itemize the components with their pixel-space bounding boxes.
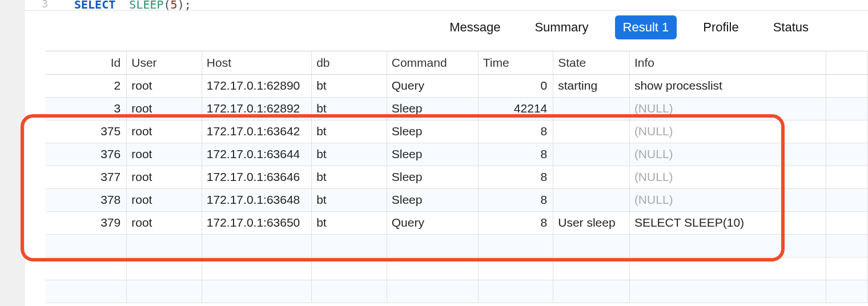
cell-user[interactable]: root bbox=[127, 211, 202, 234]
cell-empty bbox=[629, 234, 826, 257]
keyword-select: SELECT bbox=[74, 0, 115, 11]
cell-host[interactable]: 172.17.0.1:63646 bbox=[202, 166, 311, 188]
cell-info[interactable]: (NULL) bbox=[629, 97, 826, 120]
cell-state[interactable] bbox=[553, 188, 630, 211]
tab-message[interactable]: Message bbox=[441, 15, 508, 39]
table-row-empty bbox=[46, 234, 868, 257]
table-row[interactable]: 3root172.17.0.1:62892btSleep42214(NULL) bbox=[46, 97, 868, 120]
cell-host[interactable]: 172.17.0.1:63642 bbox=[202, 120, 311, 143]
cell-id[interactable]: 375 bbox=[46, 120, 127, 143]
cell-command[interactable]: Query bbox=[387, 211, 478, 234]
cell-time[interactable]: 8 bbox=[478, 211, 553, 234]
col-header-user[interactable]: User bbox=[127, 51, 202, 74]
col-header-host[interactable]: Host bbox=[202, 51, 311, 74]
cell-empty bbox=[127, 234, 202, 257]
cell-state[interactable] bbox=[553, 166, 630, 188]
cell-id[interactable]: 2 bbox=[46, 74, 127, 97]
null-value: (NULL) bbox=[634, 193, 673, 206]
null-value: (NULL) bbox=[634, 124, 673, 138]
result-table-container: Id User Host db Command Time State Info … bbox=[46, 51, 868, 303]
cell-command[interactable]: Query bbox=[387, 74, 478, 97]
table-row[interactable]: 2root172.17.0.1:62890btQuery0startingsho… bbox=[46, 74, 868, 97]
cell-user[interactable]: root bbox=[127, 120, 202, 143]
cell-info[interactable]: (NULL) bbox=[629, 143, 826, 166]
cell-info[interactable]: SELECT SLEEP(10) bbox=[629, 211, 826, 234]
cell-host[interactable]: 172.17.0.1:63650 bbox=[202, 211, 311, 234]
cell-empty bbox=[553, 257, 630, 280]
cell-info[interactable]: (NULL) bbox=[629, 188, 826, 211]
cell-user[interactable]: root bbox=[127, 97, 202, 120]
cell-command[interactable]: Sleep bbox=[387, 143, 478, 166]
cell-user[interactable]: root bbox=[127, 74, 202, 97]
cell-empty bbox=[127, 257, 202, 280]
cell-empty bbox=[387, 280, 478, 303]
col-header-pad bbox=[826, 51, 868, 74]
table-row[interactable]: 377root172.17.0.1:63646btSleep8(NULL) bbox=[46, 166, 868, 188]
col-header-state[interactable]: State bbox=[553, 51, 630, 74]
cell-empty bbox=[312, 257, 387, 280]
table-row[interactable]: 376root172.17.0.1:63644btSleep8(NULL) bbox=[46, 143, 868, 166]
cell-time[interactable]: 42214 bbox=[478, 97, 553, 120]
cell-state[interactable] bbox=[553, 143, 630, 166]
cell-user[interactable]: root bbox=[127, 143, 202, 166]
cell-command[interactable]: Sleep bbox=[387, 120, 478, 143]
col-header-id[interactable]: Id bbox=[46, 51, 127, 74]
table-header-row: Id User Host db Command Time State Info bbox=[46, 51, 868, 74]
tab-profile[interactable]: Profile bbox=[695, 15, 746, 39]
arg-literal: 5 bbox=[171, 0, 178, 11]
cell-state[interactable] bbox=[553, 120, 630, 143]
cell-empty bbox=[387, 234, 478, 257]
col-header-time[interactable]: Time bbox=[478, 51, 553, 74]
cell-id[interactable]: 376 bbox=[46, 143, 127, 166]
cell-command[interactable]: Sleep bbox=[387, 97, 478, 120]
col-header-db[interactable]: db bbox=[312, 51, 387, 74]
cell-user[interactable]: root bbox=[127, 166, 202, 188]
cell-info[interactable]: show processlist bbox=[629, 74, 826, 97]
cell-id[interactable]: 378 bbox=[46, 188, 127, 211]
cell-state[interactable]: User sleep bbox=[553, 211, 630, 234]
cell-db[interactable]: bt bbox=[312, 120, 387, 143]
cell-db[interactable]: bt bbox=[312, 166, 387, 188]
tab-status[interactable]: Status bbox=[765, 15, 817, 39]
cell-id[interactable]: 379 bbox=[46, 211, 127, 234]
cell-command[interactable]: Sleep bbox=[387, 166, 478, 188]
cell-db[interactable]: bt bbox=[312, 143, 387, 166]
table-row[interactable]: 375root172.17.0.1:63642btSleep8(NULL) bbox=[46, 120, 868, 143]
cell-host[interactable]: 172.17.0.1:63648 bbox=[202, 188, 311, 211]
col-header-info[interactable]: Info bbox=[629, 51, 826, 74]
cell-db[interactable]: bt bbox=[312, 97, 387, 120]
table-row[interactable]: 378root172.17.0.1:63648btSleep8(NULL) bbox=[46, 188, 868, 211]
cell-id[interactable]: 377 bbox=[46, 166, 127, 188]
cell-command[interactable]: Sleep bbox=[387, 188, 478, 211]
cell-user[interactable]: root bbox=[127, 188, 202, 211]
cell-db[interactable]: bt bbox=[312, 74, 387, 97]
cell-time[interactable]: 0 bbox=[478, 74, 553, 97]
cell-time[interactable]: 8 bbox=[478, 143, 553, 166]
paren-close: ) bbox=[178, 0, 184, 11]
cell-host[interactable]: 172.17.0.1:62890 bbox=[202, 74, 311, 97]
cell-state[interactable]: starting bbox=[553, 74, 630, 97]
cell-empty bbox=[46, 257, 127, 280]
col-header-command[interactable]: Command bbox=[387, 51, 478, 74]
cell-db[interactable]: bt bbox=[312, 188, 387, 211]
cell-empty bbox=[826, 280, 868, 303]
table-row[interactable]: 379root172.17.0.1:63650btQuery8User slee… bbox=[46, 211, 868, 234]
sql-code-line[interactable]: SELECT SLEEP(5); bbox=[74, 0, 191, 11]
cell-db[interactable]: bt bbox=[312, 211, 387, 234]
cell-time[interactable]: 8 bbox=[478, 188, 553, 211]
tab-result-1[interactable]: Result 1 bbox=[615, 15, 677, 39]
cell-host[interactable]: 172.17.0.1:63644 bbox=[202, 143, 311, 166]
cell-empty bbox=[46, 280, 127, 303]
cell-info[interactable]: (NULL) bbox=[629, 166, 826, 188]
cell-time[interactable]: 8 bbox=[478, 166, 553, 188]
tab-summary[interactable]: Summary bbox=[527, 15, 596, 39]
cell-id[interactable]: 3 bbox=[46, 97, 127, 120]
editor-gutter bbox=[0, 0, 25, 306]
cell-info[interactable]: (NULL) bbox=[629, 120, 826, 143]
cell-time[interactable]: 8 bbox=[478, 120, 553, 143]
cell-empty bbox=[629, 257, 826, 280]
cell-pad bbox=[826, 211, 868, 234]
cell-state[interactable] bbox=[553, 97, 630, 120]
cell-empty bbox=[826, 257, 868, 280]
cell-host[interactable]: 172.17.0.1:62892 bbox=[202, 97, 311, 120]
